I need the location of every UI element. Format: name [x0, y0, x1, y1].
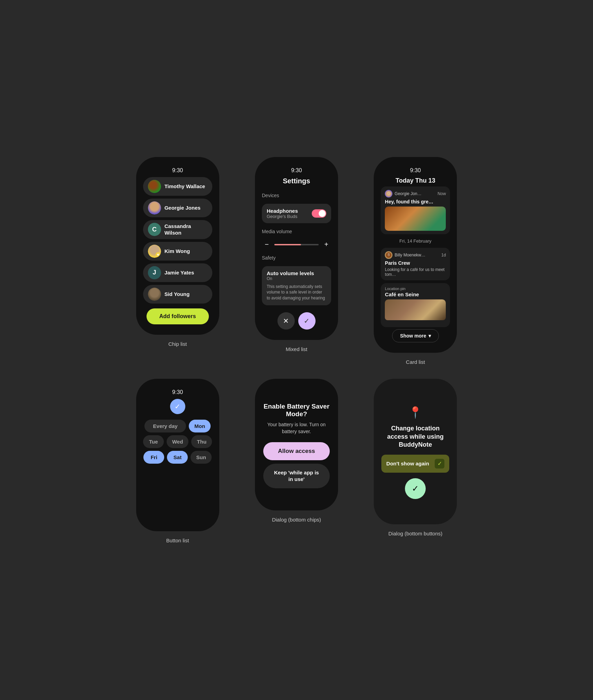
date-divider: Fri, 14 February: [381, 237, 450, 245]
auto-vol-description: This setting automatically sets volume t…: [267, 284, 326, 301]
settings-action-buttons: ✕ ✓: [262, 312, 331, 330]
message-time: Now: [437, 191, 446, 196]
button-list-content: ✓ Every day Mon Tue Wed Thu Fri Sat Sun: [143, 399, 212, 466]
device-sub: Georgie's Buds: [267, 214, 298, 219]
main-grid: 9:30 Timothy Wallace Georgie J: [123, 157, 470, 543]
message-time: 1d: [441, 253, 446, 257]
dont-show-checkbox[interactable]: ✓: [435, 459, 444, 469]
add-followers-button[interactable]: Add followers: [147, 308, 209, 324]
toggle-knob: [319, 210, 326, 217]
contact-name: Kim Wong: [165, 248, 190, 255]
dialog-chips-title: Enable Battery Saver Mode?: [263, 403, 330, 418]
button-list-col: 9:30 ✓ Every day Mon Tue Wed Thu Fri Sat: [123, 379, 232, 543]
card-items: G Georgie Jon… Now Hey, found this gre…: [381, 186, 450, 327]
device-name: Headphones: [267, 208, 298, 214]
avatar: [148, 201, 161, 215]
confirm-button[interactable]: ✓: [298, 312, 316, 330]
every-day-row: Every day Mon: [143, 420, 212, 432]
dont-show-row[interactable]: Don't show again ✓: [381, 455, 449, 473]
volume-row: − +: [262, 240, 331, 250]
button-list-time: 9:30: [172, 389, 183, 395]
devices-label: Devices: [262, 193, 331, 198]
location-label: Location pin: [385, 287, 405, 291]
dialog-buttons-title: Change location access while using Buddy…: [381, 425, 449, 449]
allow-access-button[interactable]: Allow access: [263, 442, 330, 460]
show-more-label: Show more: [400, 333, 426, 339]
saturday-button[interactable]: Sat: [167, 451, 188, 464]
message-title: Paris Crew: [385, 260, 446, 266]
keep-while-in-use-button[interactable]: Keep 'while app is in use': [263, 464, 330, 488]
button-list-label: Button list: [166, 537, 189, 543]
list-item[interactable]: Timothy Wallace: [143, 177, 212, 196]
card-list-device: 9:30 Today Thu 13 G Georgie Jon…: [374, 157, 457, 353]
sender-avatar: B: [385, 251, 392, 259]
card-header: B Billy Moenekw… 1d: [385, 251, 446, 259]
mixed-list-time: 9:30: [291, 167, 302, 174]
card-list-time: 9:30: [410, 167, 421, 174]
list-item[interactable]: ★ Kim Wong: [143, 242, 212, 261]
sunday-button[interactable]: Sun: [191, 451, 211, 464]
dont-show-label: Don't show again: [386, 461, 429, 466]
card-list-label: Card list: [406, 359, 425, 365]
safety-label: Safety: [262, 255, 331, 261]
volume-increase-button[interactable]: +: [321, 240, 331, 250]
auto-vol-title: Auto volume levels: [267, 270, 326, 276]
message-body: Looking for a café for us to meet tom…: [385, 267, 446, 277]
avatar: J: [148, 266, 161, 279]
contact-name: Jamie Yates: [165, 269, 194, 276]
list-item[interactable]: J Jamie Yates: [143, 263, 212, 282]
contact-name: Cassandra Wilson: [165, 223, 207, 236]
settings-title: Settings: [262, 177, 331, 185]
settings-content: Settings Devices Headphones Georgie's Bu…: [262, 177, 331, 330]
volume-decrease-button[interactable]: −: [262, 240, 272, 250]
confirm-checkmark-icon: ✓: [412, 484, 419, 493]
tuesday-button[interactable]: Tue: [143, 435, 164, 448]
card-list-content: Today Thu 13 G Georgie Jon… Now: [381, 177, 450, 342]
card-item[interactable]: B Billy Moenekw… 1d Paris Crew Looking f…: [381, 248, 450, 280]
headphones-row[interactable]: Headphones Georgie's Buds: [262, 204, 331, 223]
dialog-buttons-device: 📍 Change location access while using Bud…: [374, 379, 457, 524]
message-title: Hey, found this gre…: [385, 199, 446, 204]
wednesday-button[interactable]: Wed: [167, 435, 188, 448]
card-list-header: Today Thu 13: [381, 177, 450, 184]
midweek-row: Tue Wed Thu: [143, 435, 212, 448]
every-day-button[interactable]: Every day: [144, 420, 186, 432]
thursday-button[interactable]: Thu: [191, 435, 212, 448]
chip-list-col: 9:30 Timothy Wallace Georgie J: [123, 157, 232, 365]
avatar: ★: [148, 245, 161, 258]
weekend-row: Fri Sat Sun: [143, 451, 212, 464]
list-item[interactable]: Georgie Jones: [143, 199, 212, 217]
auto-volume-row: Auto volume levels On This setting autom…: [262, 266, 331, 305]
avatar: [148, 288, 161, 301]
contact-name: Georgie Jones: [165, 204, 201, 211]
dialog-chips-body: Your battery is low. Turn on battery sav…: [263, 421, 330, 435]
friday-button[interactable]: Fri: [143, 451, 164, 464]
monday-button[interactable]: Mon: [189, 420, 211, 432]
media-volume-label: Media volume: [262, 229, 331, 234]
sender-name: Georgie Jon…: [395, 191, 421, 196]
list-item[interactable]: C Cassandra Wilson: [143, 220, 212, 239]
card-item[interactable]: G Georgie Jon… Now Hey, found this gre…: [381, 186, 450, 234]
card-sender: B Billy Moenekw…: [385, 251, 425, 259]
location-name: Café en Seine: [385, 291, 446, 297]
card-sender: G Georgie Jon…: [385, 190, 421, 198]
location-card[interactable]: Location pin Café en Seine: [381, 283, 450, 327]
chip-list-label: Chip list: [168, 341, 187, 347]
chip-list-device: 9:30 Timothy Wallace Georgie J: [136, 157, 219, 335]
location-confirm-button[interactable]: ✓: [405, 478, 426, 499]
chip-list-time: 9:30: [172, 167, 183, 174]
mixed-list-device: 9:30 Settings Devices Headphones Georgie…: [255, 157, 338, 340]
volume-slider-track[interactable]: [274, 244, 319, 245]
show-more-button[interactable]: Show more ▾: [392, 329, 439, 342]
cancel-button[interactable]: ✕: [277, 312, 295, 330]
show-more-container: Show more ▾: [381, 327, 450, 342]
headphones-toggle[interactable]: [312, 209, 326, 218]
page-wrapper: 9:30 Timothy Wallace Georgie J: [116, 147, 477, 554]
dialog-buttons-col: 📍 Change location access while using Bud…: [361, 379, 470, 543]
device-info: Headphones Georgie's Buds: [267, 208, 298, 219]
message-image: [385, 207, 446, 231]
dialog-chips-label: Dialog (bottom chips): [272, 517, 321, 523]
avatar: [148, 180, 161, 193]
mixed-list-col: 9:30 Settings Devices Headphones Georgie…: [242, 157, 351, 365]
list-item[interactable]: Sid Young: [143, 285, 212, 304]
